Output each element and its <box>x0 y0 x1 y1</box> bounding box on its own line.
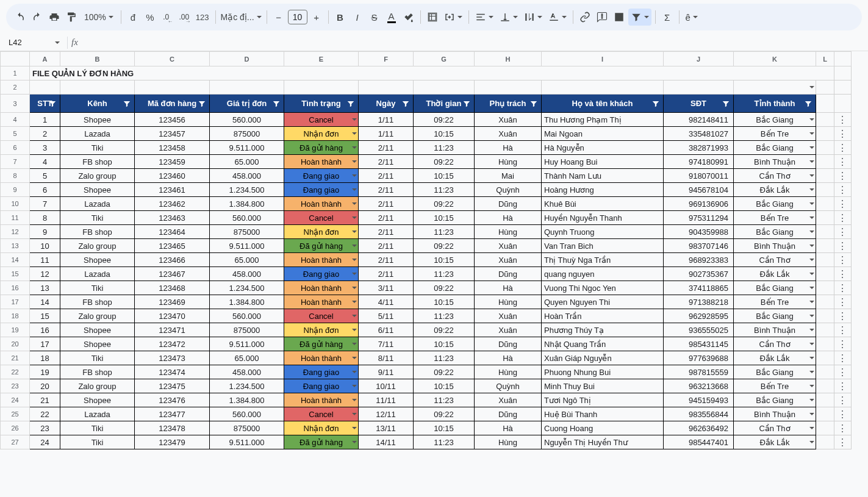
cell-phutrach[interactable]: Hà <box>475 281 542 295</box>
table-header[interactable]: Mã đơn hàng <box>135 95 210 113</box>
cell-kenh[interactable]: Shopee <box>60 183 135 197</box>
cell-hoten[interactable]: Nguyễn Thị Huyền Thư <box>542 435 664 449</box>
filter-icon[interactable] <box>122 99 132 109</box>
cell-ma[interactable]: 123470 <box>135 309 210 323</box>
cell-stt[interactable]: 7 <box>30 197 60 211</box>
filter-icon[interactable] <box>529 99 539 109</box>
cell-sdt[interactable]: 918070011 <box>664 169 734 183</box>
cell-hoten[interactable]: Cuong Hoang <box>542 421 664 435</box>
cell-ma[interactable]: 123464 <box>135 225 210 239</box>
cell-kenh[interactable]: Zalo group <box>60 379 135 393</box>
row-header-19[interactable]: 19 <box>1 323 30 337</box>
dropdown-arrow-icon[interactable] <box>352 287 357 289</box>
row-menu[interactable] <box>834 66 852 80</box>
cell[interactable] <box>734 80 816 95</box>
dropdown-arrow-icon[interactable] <box>352 160 357 163</box>
fontsize-input[interactable]: 10 <box>288 10 307 24</box>
cell-gia[interactable]: 1.234.500 <box>210 183 284 197</box>
dropdown-arrow-icon[interactable] <box>809 287 814 289</box>
create-filter-button[interactable] <box>628 9 651 26</box>
cell-thoigian[interactable]: 11:23 <box>414 435 475 449</box>
cell[interactable] <box>816 239 834 253</box>
cell-ma[interactable]: 123476 <box>135 393 210 407</box>
filter-icon[interactable] <box>346 99 356 109</box>
cell-ngay[interactable]: 8/11 <box>359 351 414 365</box>
cell-tinh[interactable]: Bắc Giang <box>734 393 816 407</box>
dropdown-arrow-icon[interactable] <box>352 329 357 331</box>
dropdown-arrow-icon[interactable] <box>809 427 814 429</box>
cell-tinhtrang[interactable]: Cancel <box>284 309 359 323</box>
dropdown-arrow-icon[interactable] <box>809 273 814 275</box>
cell-kenh[interactable]: Shopee <box>60 323 135 337</box>
cell-stt[interactable]: 10 <box>30 239 60 253</box>
dropdown-arrow-icon[interactable] <box>352 202 357 205</box>
dropdown-arrow-icon[interactable] <box>352 118 357 121</box>
cell-gia[interactable]: 1.384.800 <box>210 393 284 407</box>
dropdown-arrow-icon[interactable] <box>809 259 814 261</box>
dropdown-arrow-icon[interactable] <box>352 441 357 443</box>
column-header-L[interactable]: L <box>816 52 834 66</box>
dropdown-arrow-icon[interactable] <box>352 427 357 429</box>
dropdown-arrow-icon[interactable] <box>809 146 814 149</box>
cell-phutrach[interactable]: Hùng <box>475 225 542 239</box>
table-header[interactable]: Họ và tên khách <box>542 95 664 113</box>
dropdown-arrow-icon[interactable] <box>809 301 814 303</box>
cell-ngay[interactable]: 2/11 <box>359 141 414 155</box>
dropdown-arrow-icon[interactable] <box>809 245 814 247</box>
column-header-A[interactable]: A <box>30 52 60 66</box>
cell-thoigian[interactable]: 10:15 <box>414 169 475 183</box>
cell-sdt[interactable]: 982148411 <box>664 113 734 127</box>
filter-icon[interactable] <box>48 99 57 109</box>
cell-gia[interactable]: 9.511.000 <box>210 435 284 449</box>
cell-stt[interactable]: 6 <box>30 183 60 197</box>
cell-kenh[interactable]: Tiki <box>60 141 135 155</box>
cell-sdt[interactable]: 945159493 <box>664 393 734 407</box>
decrease-fontsize-button[interactable]: − <box>271 9 287 26</box>
cell-ngay[interactable]: 2/11 <box>359 211 414 225</box>
cell[interactable] <box>816 80 834 95</box>
dropdown-arrow-icon[interactable] <box>352 357 357 359</box>
cell-gia[interactable]: 9.511.000 <box>210 141 284 155</box>
cell-tinh[interactable]: Cần Thơ <box>734 421 816 435</box>
dropdown-arrow-icon[interactable] <box>352 315 357 317</box>
cell-gia[interactable]: 65.000 <box>210 351 284 365</box>
select-all-corner[interactable] <box>1 52 30 66</box>
cell-sdt[interactable]: 962928595 <box>664 309 734 323</box>
print-button[interactable] <box>46 9 62 26</box>
cell-phutrach[interactable]: Xuân <box>475 113 542 127</box>
undo-button[interactable] <box>12 9 28 26</box>
dropdown-arrow-icon[interactable] <box>352 371 357 373</box>
cell-phutrach[interactable]: Dũng <box>475 407 542 421</box>
row-menu-button[interactable]: ⋮ <box>834 281 852 295</box>
dropdown-arrow-icon[interactable] <box>809 216 814 219</box>
cell-sdt[interactable]: 983556844 <box>664 407 734 421</box>
row-menu-button[interactable]: ⋮ <box>834 365 852 379</box>
row-header-27[interactable]: 27 <box>1 435 30 449</box>
cell-ngay[interactable]: 1/11 <box>359 113 414 127</box>
dropdown-arrow-icon[interactable] <box>352 231 357 233</box>
cell-phutrach[interactable]: Hà <box>475 211 542 225</box>
dropdown-arrow-icon[interactable] <box>352 399 357 401</box>
cell-ngay[interactable]: 2/11 <box>359 267 414 281</box>
cell[interactable] <box>816 253 834 267</box>
cell-thoigian[interactable]: 09:22 <box>414 197 475 211</box>
cell-ma[interactable]: 123465 <box>135 239 210 253</box>
row-menu-button[interactable]: ⋮ <box>834 169 852 183</box>
cell[interactable] <box>284 80 359 95</box>
cell-ma[interactable]: 123478 <box>135 421 210 435</box>
cell-hoten[interactable]: Minh Thuy Bui <box>542 379 664 393</box>
row-header-15[interactable]: 15 <box>1 267 30 281</box>
cell-thoigian[interactable]: 10:15 <box>414 421 475 435</box>
cell-phutrach[interactable]: Xuân <box>475 127 542 141</box>
cell-gia[interactable]: 560.000 <box>210 211 284 225</box>
cell-ngay[interactable]: 5/11 <box>359 309 414 323</box>
cell-stt[interactable]: 13 <box>30 281 60 295</box>
cell-phutrach[interactable]: Xuân <box>475 239 542 253</box>
cell-tinh[interactable]: Bình Thuận <box>734 323 816 337</box>
cell[interactable] <box>816 183 834 197</box>
cell-kenh[interactable]: Shopee <box>60 393 135 407</box>
cell-hoten[interactable]: Thu Hương Phạm Thị <box>542 113 664 127</box>
cell-sdt[interactable]: 975311294 <box>664 211 734 225</box>
cell-thoigian[interactable]: 11:23 <box>414 225 475 239</box>
cell-tinhtrang[interactable]: Đã gửi hàng <box>284 239 359 253</box>
